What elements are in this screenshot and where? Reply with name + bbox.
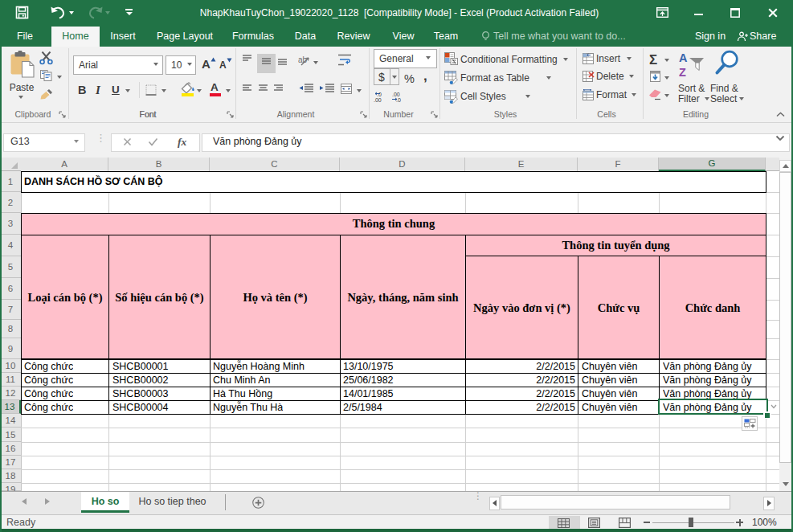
svg-text:A: A [679, 51, 688, 64]
svg-text:.0: .0 [377, 92, 382, 97]
svg-text:.00: .00 [374, 97, 382, 102]
svg-text:Z: Z [679, 66, 686, 78]
svg-text:.00: .00 [392, 92, 400, 97]
